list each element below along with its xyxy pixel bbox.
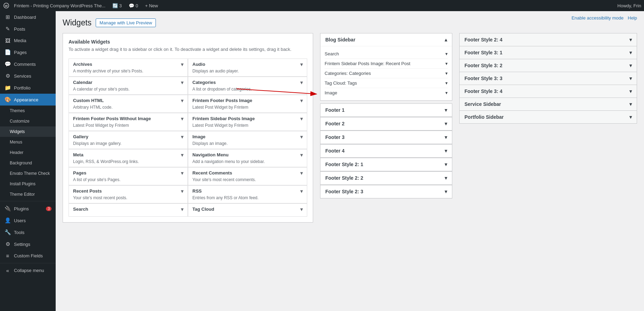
recent-comments-chevron[interactable]: ▾ (300, 170, 303, 176)
footer4-header[interactable]: Footer 4 ▾ (320, 145, 452, 157)
blog-sidebar-header[interactable]: Blog Sidebar ▴ (320, 33, 452, 46)
right-footer-style-31-header[interactable]: Footer Style 3: 1 ▾ (460, 46, 637, 59)
submenu-background[interactable]: Background (0, 158, 56, 168)
menu-collapse[interactable]: « Collapse menu (0, 265, 56, 276)
custom-html-chevron[interactable]: ▾ (181, 98, 183, 103)
calendar-chevron[interactable]: ▾ (181, 80, 183, 85)
footer-style-21-chevron[interactable]: ▾ (445, 162, 447, 167)
right-footer-style-32-chevron[interactable]: ▾ (629, 63, 632, 68)
right-portfolio-sidebar-chevron[interactable]: ▾ (629, 114, 632, 120)
menu-custom-fields[interactable]: ≡ Custom Fields (0, 250, 56, 262)
submenu-envato[interactable]: Envato Theme Check (0, 168, 56, 179)
navigation-menu-chevron[interactable]: ▾ (300, 152, 303, 158)
archives-chevron[interactable]: ▾ (181, 62, 183, 67)
right-footer-style-31-chevron[interactable]: ▾ (629, 50, 632, 55)
audio-chevron[interactable]: ▾ (300, 62, 303, 67)
widget-recent-comments[interactable]: Recent Comments ▾ Your site's most recen… (188, 167, 307, 185)
right-footer-style-34-header[interactable]: Footer Style 3: 4 ▾ (460, 85, 637, 98)
right-service-sidebar-header[interactable]: Service Sidebar ▾ (460, 98, 637, 110)
frintem-footer-without-image-chevron[interactable]: ▾ (181, 116, 183, 122)
blog-sidebar-widget-categories[interactable]: Categories: Categories ▾ (325, 69, 448, 78)
new-item[interactable]: + New (142, 3, 161, 8)
menu-settings[interactable]: ⚙ Settings (0, 238, 56, 250)
widget-custom-html[interactable]: Custom HTML ▾ Arbitrary HTML code. (69, 95, 188, 113)
blog-sidebar-widget-search[interactable]: Search ▾ (325, 49, 448, 59)
search-widget-chevron[interactable]: ▾ (181, 207, 183, 212)
tag-cloud-chevron[interactable]: ▾ (300, 207, 303, 212)
widget-navigation-menu[interactable]: Navigation Menu ▾ Add a navigation menu … (188, 149, 307, 167)
submenu-customize[interactable]: Customize (0, 116, 56, 126)
categories-chevron[interactable]: ▾ (300, 80, 303, 85)
blog-sidebar-widget-tag-cloud[interactable]: Tag Cloud: Tags ▾ (325, 78, 448, 88)
widget-rss[interactable]: RSS ▾ Entries from any RSS or Atom feed. (188, 185, 307, 203)
blog-sidebar-widget-frintem-posts[interactable]: Frintem Sidebar Posts Image: Recent Post… (325, 59, 448, 69)
widget-search[interactable]: Search ▾ (69, 203, 188, 217)
widget-frintem-sidebar-posts-image[interactable]: Frintem Sidebar Posts Image ▾ Latest Pos… (188, 113, 307, 131)
categories-row-chevron[interactable]: ▾ (445, 71, 448, 76)
widget-audio[interactable]: Audio ▾ Displays an audio player. (188, 59, 307, 77)
frintem-sidebar-posts-image-chevron[interactable]: ▾ (300, 116, 303, 122)
recent-posts-chevron[interactable]: ▾ (181, 188, 183, 194)
right-footer-style-34-chevron[interactable]: ▾ (629, 88, 632, 94)
rss-chevron[interactable]: ▾ (300, 188, 303, 194)
site-name[interactable]: Frintem - Printing Company WordPress The… (11, 3, 108, 8)
footer-style-23-chevron[interactable]: ▾ (445, 189, 447, 194)
tag-cloud-row-chevron[interactable]: ▾ (445, 80, 448, 86)
menu-comments[interactable]: 💬 Comments (0, 58, 56, 70)
right-portfolio-sidebar-header[interactable]: Portfolio Sidebar ▾ (460, 111, 637, 123)
footer2-chevron[interactable]: ▾ (445, 121, 447, 126)
widget-meta[interactable]: Meta ▾ Login, RSS, & WordPress.org links… (69, 149, 188, 167)
widget-image[interactable]: Image ▾ Displays an image. (188, 131, 307, 149)
footer3-header[interactable]: Footer 3 ▾ (320, 131, 452, 144)
widget-tag-cloud[interactable]: Tag Cloud ▾ (188, 203, 307, 217)
footer-style-22-chevron[interactable]: ▾ (445, 175, 447, 181)
right-footer-style-33-chevron[interactable]: ▾ (629, 76, 632, 81)
accessibility-link[interactable]: Enable accessibility mode (572, 15, 624, 21)
footer4-chevron[interactable]: ▾ (445, 148, 447, 154)
image-row-chevron[interactable]: ▾ (445, 90, 448, 95)
frintem-footer-posts-image-chevron[interactable]: ▾ (300, 98, 303, 103)
right-footer-style-24-chevron[interactable]: ▾ (629, 37, 632, 42)
widget-pages[interactable]: Pages ▾ A list of your site's Pages. (69, 167, 188, 185)
meta-chevron[interactable]: ▾ (181, 152, 183, 158)
menu-pages[interactable]: 📄 Pages (0, 46, 56, 58)
image-chevron[interactable]: ▾ (300, 134, 303, 140)
right-footer-style-33-header[interactable]: Footer Style 3: 3 ▾ (460, 72, 637, 85)
widget-archives[interactable]: Archives ▾ A monthly archive of your sit… (69, 59, 188, 77)
gallery-chevron[interactable]: ▾ (181, 134, 183, 140)
footer1-header[interactable]: Footer 1 ▾ (320, 104, 452, 117)
submenu-widgets[interactable]: Widgets (0, 126, 56, 137)
menu-posts[interactable]: ✎ Posts (0, 23, 56, 35)
footer-style-21-header[interactable]: Footer Style 2: 1 ▾ (320, 158, 452, 171)
blog-sidebar-chevron[interactable]: ▴ (445, 37, 447, 42)
widget-frintem-footer-posts-image[interactable]: Frintem Footer Posts Image ▾ Latest Post… (188, 95, 307, 113)
footer-style-22-header[interactable]: Footer Style 2: 2 ▾ (320, 172, 452, 185)
footer2-header[interactable]: Footer 2 ▾ (320, 117, 452, 130)
widget-gallery[interactable]: Gallery ▾ Displays an image gallery. (69, 131, 188, 149)
search-widget-row-chevron[interactable]: ▾ (445, 51, 448, 56)
updates-count[interactable]: 🔄 3 (110, 3, 125, 8)
widget-categories[interactable]: Categories ▾ A list or dropdown of categ… (188, 77, 307, 95)
submenu-menus[interactable]: Menus (0, 137, 56, 147)
submenu-themes[interactable]: Themes (0, 106, 56, 116)
submenu-install-plugins[interactable]: Install Plugins (0, 179, 56, 189)
frintem-posts-row-chevron[interactable]: ▾ (445, 61, 448, 66)
menu-plugins[interactable]: 🔌 Plugins 3 (0, 203, 56, 215)
menu-portfolio[interactable]: 📁 Portfolio (0, 82, 56, 94)
footer-style-23-header[interactable]: Footer Style 2: 3 ▾ (320, 185, 452, 198)
blog-sidebar-widget-image[interactable]: Image ▾ (325, 88, 448, 98)
menu-dashboard[interactable]: ⊞ Dashboard (0, 11, 56, 23)
pages-widget-chevron[interactable]: ▾ (181, 170, 183, 176)
wp-logo[interactable]: W (3, 2, 10, 9)
footer1-chevron[interactable]: ▾ (445, 107, 447, 113)
menu-tools[interactable]: 🔧 Tools (0, 226, 56, 238)
menu-services[interactable]: ⚙ Services (0, 70, 56, 82)
submenu-header[interactable]: Header (0, 147, 56, 158)
widget-calendar[interactable]: Calendar ▾ A calendar of your site's pos… (69, 77, 188, 95)
live-preview-button[interactable]: Manage with Live Preview (96, 18, 156, 27)
menu-users[interactable]: 👤 Users (0, 215, 56, 226)
right-footer-style-24-header[interactable]: Footer Style 2: 4 ▾ (460, 33, 637, 46)
right-footer-style-32-header[interactable]: Footer Style 3: 2 ▾ (460, 59, 637, 72)
comments-count[interactable]: 💬 0 (126, 3, 141, 8)
widget-frintem-footer-without-image[interactable]: Frintem Footer Posts Without Image ▾ Lat… (69, 113, 188, 131)
